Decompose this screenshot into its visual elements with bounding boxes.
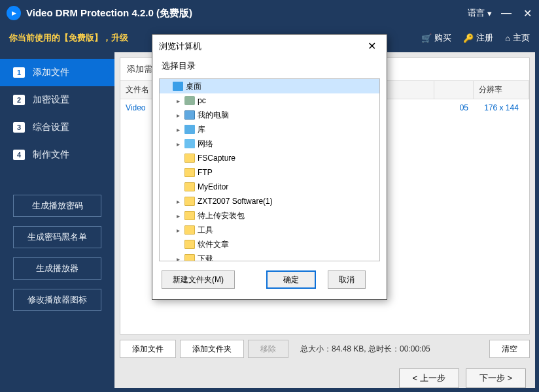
nav-row: < 上一步 下一步 > <box>114 363 535 388</box>
new-folder-button[interactable]: 新建文件夹(M) <box>162 270 235 289</box>
tree-item[interactable]: ▸我的电脑 <box>160 108 379 122</box>
bottom-bar: 添加文件 添加文件夹 移除 总大小：84.48 KB, 总时长：00:00:05… <box>114 335 535 363</box>
tree-item-label: FTP <box>198 168 213 177</box>
tree-item-label: 软件文章 <box>198 239 229 250</box>
step-num: 1 <box>13 67 25 78</box>
tree-item-label: 桌面 <box>186 81 201 92</box>
home-icon: ⌂ <box>505 33 510 43</box>
cart-icon: 🛒 <box>421 33 432 43</box>
gen-blacklist-button[interactable]: 生成密码黑名单 <box>13 226 101 248</box>
status-text: 总大小：84.48 KB, 总时长：00:00:05 <box>300 344 430 355</box>
tree-item[interactable]: ▸库 <box>160 122 379 137</box>
dialog-close-button[interactable]: ✕ <box>364 40 380 52</box>
tree-item-label: MyEditor <box>198 182 228 191</box>
folder-tree[interactable]: 桌面▸pc▸我的电脑▸库▸网络FSCaptureFTPMyEditor▸ZXT2… <box>159 78 380 261</box>
browse-dialog: 浏览计算机 ✕ 选择目录 桌面▸pc▸我的电脑▸库▸网络FSCaptureFTP… <box>152 34 387 300</box>
tree-item[interactable]: ▸下载 <box>160 252 379 261</box>
col-duration <box>434 81 474 99</box>
expand-icon[interactable]: ▸ <box>174 198 182 205</box>
tree-item[interactable]: FTP <box>160 165 379 180</box>
step-label: 加密设置 <box>33 94 69 106</box>
expand-icon[interactable]: ▸ <box>174 112 182 119</box>
chevron-down-icon: ▾ <box>487 8 492 18</box>
folder-icon <box>184 197 195 206</box>
language-label: 语言 <box>468 7 485 19</box>
next-step-button[interactable]: 下一步 > <box>466 368 526 388</box>
tree-item-label: 工具 <box>198 225 213 236</box>
folder-icon <box>184 154 195 163</box>
monitor-icon <box>184 110 195 120</box>
folder-icon <box>184 168 195 177</box>
tree-item-label: 库 <box>198 124 205 135</box>
buy-link[interactable]: 🛒 购买 <box>421 32 451 44</box>
dialog-title: 浏览计算机 <box>159 41 201 52</box>
remove-button[interactable]: 移除 <box>248 340 288 358</box>
window-controls: — ✕ <box>501 7 532 20</box>
step-num: 3 <box>13 122 25 133</box>
desktop-icon <box>173 82 183 91</box>
step-build-file[interactable]: 4 制作文件 <box>0 141 114 169</box>
add-file-button[interactable]: 添加文件 <box>120 340 176 358</box>
tree-item[interactable]: FSCapture <box>160 151 379 165</box>
folder-icon <box>184 254 195 261</box>
step-label: 综合设置 <box>33 122 69 133</box>
app-logo-icon <box>7 6 21 20</box>
expand-icon[interactable]: ▸ <box>174 97 182 105</box>
cell-duration: 05 <box>434 101 474 114</box>
prev-step-button[interactable]: < 上一步 <box>399 368 459 388</box>
dialog-titlebar: 浏览计算机 ✕ <box>152 35 387 57</box>
dialog-subtitle: 选择目录 <box>152 57 387 78</box>
minimize-button[interactable]: — <box>501 7 512 20</box>
app-title: Video DRM Protection 4.2.0 (免费版) <box>26 7 468 20</box>
banner-notice: 你当前使用的【免费版】，升级 <box>9 32 128 44</box>
expand-icon[interactable]: ▸ <box>174 255 182 262</box>
tree-item[interactable]: 软件文章 <box>160 237 379 252</box>
titlebar: Video DRM Protection 4.2.0 (免费版) 语言 ▾ — … <box>0 0 539 26</box>
tree-item[interactable]: ▸pc <box>160 93 379 108</box>
cell-resolution: 176 x 144 <box>474 101 529 114</box>
expand-icon[interactable]: ▸ <box>174 126 182 133</box>
close-button[interactable]: ✕ <box>522 7 532 20</box>
folder-icon <box>184 225 195 235</box>
gen-playcode-button[interactable]: 生成播放密码 <box>13 195 101 217</box>
tree-item-label: 我的电脑 <box>198 110 229 121</box>
expand-icon[interactable]: ▸ <box>174 212 182 220</box>
tree-item[interactable]: ▸工具 <box>160 223 379 237</box>
key-icon: 🔑 <box>463 33 474 43</box>
lib-icon <box>184 125 195 134</box>
clear-button[interactable]: 清空 <box>489 340 530 358</box>
tree-item-label: FSCapture <box>198 154 235 163</box>
tree-item-label: ZXT2007 Software(1) <box>198 197 273 206</box>
register-link[interactable]: 🔑 注册 <box>463 32 493 44</box>
step-num: 4 <box>13 150 25 160</box>
folder-icon <box>184 182 195 191</box>
cancel-button[interactable]: 取消 <box>328 270 366 289</box>
gen-player-button[interactable]: 生成播放器 <box>13 257 101 280</box>
step-encrypt-settings[interactable]: 2 加密设置 <box>0 86 114 114</box>
step-label: 添加文件 <box>33 67 69 78</box>
tree-item-label: 网络 <box>198 139 213 150</box>
tree-item[interactable]: ▸网络 <box>160 137 379 151</box>
pc-icon <box>184 96 195 105</box>
mod-player-icon-button[interactable]: 修改播放器图标 <box>13 289 101 311</box>
home-link[interactable]: ⌂ 主页 <box>505 32 530 44</box>
tree-item[interactable]: MyEditor <box>160 180 379 194</box>
step-label: 制作文件 <box>33 149 69 161</box>
ok-button[interactable]: 确定 <box>266 270 316 289</box>
step-general-settings[interactable]: 3 综合设置 <box>0 114 114 141</box>
add-folder-button[interactable]: 添加文件夹 <box>180 340 244 358</box>
tree-item-label: 下载 <box>198 253 213 262</box>
folder-icon <box>184 240 195 249</box>
step-add-files[interactable]: 1 添加文件 <box>0 59 114 86</box>
tree-item[interactable]: ▸待上传安装包 <box>160 208 379 223</box>
language-dropdown[interactable]: 语言 ▾ <box>468 7 492 19</box>
tree-item[interactable]: ▸ZXT2007 Software(1) <box>160 194 379 208</box>
col-resolution: 分辨率 <box>474 81 529 99</box>
net-icon <box>184 139 195 148</box>
tree-item[interactable]: 桌面 <box>160 79 379 93</box>
expand-icon[interactable]: ▸ <box>174 140 182 148</box>
sidebar: 1 添加文件 2 加密设置 3 综合设置 4 制作文件 生成播放密码 生成密码黑… <box>0 50 114 392</box>
folder-icon <box>184 211 195 220</box>
tree-item-label: pc <box>198 96 206 105</box>
expand-icon[interactable]: ▸ <box>174 227 182 234</box>
